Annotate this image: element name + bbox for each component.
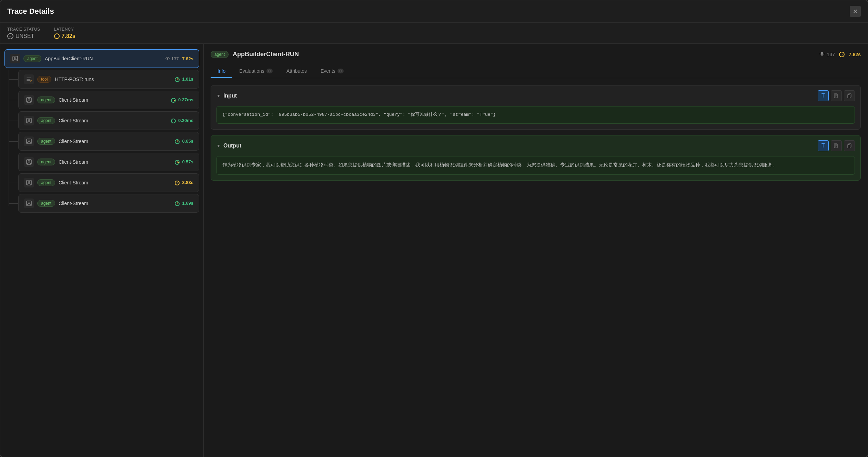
child-4-name: Client-Stream <box>59 159 171 165</box>
detail-meta: 👁 137 <box>819 51 835 58</box>
svg-point-12 <box>28 181 30 183</box>
child-3-name: Client-Stream <box>59 139 171 144</box>
child-3-tag: agent <box>37 138 55 145</box>
status-bar: Trace Status – UNSET Latency 7.82s <box>0 23 868 44</box>
child-2-name: Client-Stream <box>59 118 168 123</box>
svg-point-2 <box>30 80 31 81</box>
child-4-latency: 0.57s <box>175 159 193 165</box>
input-doc-btn[interactable] <box>831 90 842 101</box>
root-node-tag: agent <box>23 55 41 62</box>
child-1-name: Client-Stream <box>59 97 168 103</box>
child-wrapper-2: agent Client-Stream 0.20ms <box>18 111 199 130</box>
child-1-latency: 0.27ms <box>171 97 193 103</box>
child-node-4[interactable]: agent Client-Stream 0.57s <box>18 153 199 171</box>
child-4-icon <box>24 157 34 167</box>
output-text-btn[interactable]: T <box>818 140 829 151</box>
child-6-latency: 1.69s <box>175 201 193 206</box>
output-section-actions: T <box>818 140 855 151</box>
left-panel: agent AppBuilderClient-RUN 👁 137 7.82s <box>0 44 204 457</box>
close-button[interactable]: ✕ <box>850 6 861 17</box>
child-1-icon <box>24 95 34 105</box>
trace-tree: agent AppBuilderClient-RUN 👁 137 7.82s <box>0 49 203 213</box>
input-section-actions: T <box>818 90 855 101</box>
input-chevron-icon: ▼ <box>216 93 221 98</box>
status-unset-text: UNSET <box>16 33 34 39</box>
latency-value: 7.82s <box>54 33 75 39</box>
root-node-count: 👁 137 <box>165 56 179 61</box>
output-section-header: ▼ Output T <box>211 135 860 156</box>
child-5-tag: agent <box>37 179 55 186</box>
evaluations-badge: 0 <box>266 69 273 73</box>
detail-count: 137 <box>827 52 835 57</box>
child-2-latency: 0.20ms <box>171 118 193 123</box>
latency-number: 7.82s <box>62 33 75 39</box>
right-panel: agent AppBuilderClient-RUN 👁 137 7.82s I… <box>204 44 868 457</box>
clock-icon <box>54 33 60 39</box>
child-node-1[interactable]: agent Client-Stream 0.27ms <box>18 91 199 109</box>
child-node-2[interactable]: agent Client-Stream 0.20ms <box>18 111 199 130</box>
detail-tabs: Info Evaluations 0 Attributes Events 0 <box>211 65 861 78</box>
child-node-5[interactable]: agent Client-Stream 3.83s <box>18 173 199 192</box>
child-wrapper-1: agent Client-Stream 0.27ms <box>18 91 199 109</box>
child-node-0[interactable]: tool HTTP-POST: runs 1.01s <box>18 70 199 89</box>
input-section-content: {"conversation_id": "995b3ab5-b052-4987-… <box>211 106 860 129</box>
detail-latency: 7.82s <box>839 52 861 57</box>
output-content-box: 作为植物识别专家，我可以帮助您识别各种植物种类。如果您提供植物的图片或详细描述，… <box>216 156 855 175</box>
detail-header: agent AppBuilderClient-RUN 👁 137 7.82s <box>211 51 861 58</box>
output-section-title: ▼ Output <box>216 143 241 149</box>
latency-group: Latency 7.82s <box>54 27 75 39</box>
child-0-icon <box>24 74 34 84</box>
child-3-icon <box>24 136 34 146</box>
input-text: {"conversation_id": "995b3ab5-b052-4987-… <box>222 112 496 117</box>
detail-latency-value: 7.82s <box>849 52 861 57</box>
input-section-header: ▼ Input T <box>211 85 860 106</box>
root-node[interactable]: agent AppBuilderClient-RUN 👁 137 7.82s <box>4 49 199 68</box>
trace-status-label: Trace Status <box>7 27 40 32</box>
output-section-content: 作为植物识别专家，我可以帮助您识别各种植物种类。如果您提供植物的图片或详细描述，… <box>211 156 860 180</box>
child-node-6[interactable]: agent Client-Stream 1.69s <box>18 194 199 213</box>
eye-icon: 👁 <box>165 56 170 61</box>
child-6-name: Client-Stream <box>59 201 171 206</box>
child-wrapper-3: agent Client-Stream 0.65s <box>18 132 199 151</box>
child-3-latency: 0.65s <box>175 139 193 144</box>
input-copy-btn[interactable] <box>844 90 855 101</box>
modal-title: Trace Details <box>7 7 54 16</box>
tab-events[interactable]: Events 0 <box>314 65 351 78</box>
output-section: ▼ Output T <box>211 135 861 181</box>
root-node-name: AppBuilderClient-RUN <box>45 56 162 61</box>
child-node-3[interactable]: agent Client-Stream 0.65s <box>18 132 199 151</box>
unset-icon: – <box>7 33 13 39</box>
child-0-latency: 1.01s <box>175 77 193 82</box>
svg-rect-17 <box>847 95 850 98</box>
child-6-tag: agent <box>37 200 55 207</box>
input-text-btn[interactable]: T <box>818 90 829 101</box>
tab-evaluations[interactable]: Evaluations 0 <box>232 65 280 78</box>
child-1-tag: agent <box>37 97 55 103</box>
svg-point-1 <box>14 57 16 59</box>
child-wrapper-6: agent Client-Stream 1.69s <box>18 194 199 213</box>
tab-attributes[interactable]: Attributes <box>280 65 314 78</box>
trace-status-value: – UNSET <box>7 33 40 39</box>
child-6-icon <box>24 199 34 208</box>
detail-clock-icon <box>839 52 845 57</box>
svg-point-14 <box>28 202 30 204</box>
events-badge: 0 <box>337 69 344 73</box>
child-5-latency: 3.83s <box>175 180 193 185</box>
child-wrapper-0: tool HTTP-POST: runs 1.01s <box>18 70 199 89</box>
output-copy-btn[interactable] <box>844 140 855 151</box>
output-text: 作为植物识别专家，我可以帮助您识别各种植物种类。如果您提供植物的图片或详细描述，… <box>222 162 777 168</box>
child-2-tag: agent <box>37 117 55 124</box>
svg-rect-20 <box>847 145 850 148</box>
svg-point-4 <box>28 99 30 100</box>
output-chevron-icon: ▼ <box>216 143 221 148</box>
svg-point-10 <box>28 161 30 162</box>
child-0-name: HTTP-POST: runs <box>55 77 171 82</box>
trace-status-group: Trace Status – UNSET <box>7 27 40 39</box>
child-0-tag: tool <box>37 76 51 83</box>
child-4-tag: agent <box>37 159 55 165</box>
modal-header: Trace Details ✕ <box>0 0 868 23</box>
tab-info[interactable]: Info <box>211 65 232 78</box>
trace-details-modal: Trace Details ✕ Trace Status – UNSET Lat… <box>0 0 868 457</box>
latency-label: Latency <box>54 27 75 32</box>
output-doc-btn[interactable] <box>831 140 842 151</box>
